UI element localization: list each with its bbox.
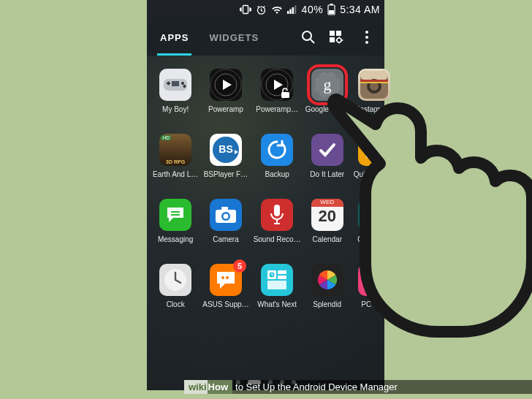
clock-icon — [159, 264, 191, 296]
svg-rect-34 — [360, 80, 388, 82]
gameboy-icon — [159, 69, 191, 101]
svg-text:g: g — [323, 75, 331, 94]
app-asus-support[interactable]: 5 ASUS Supp… — [202, 264, 248, 308]
app-label: Messaging — [153, 235, 198, 243]
svg-rect-51 — [267, 281, 286, 289]
caption-title: to Set Up the Android Device Manager — [232, 380, 532, 394]
svg-point-17 — [365, 41, 368, 44]
camera-retro-icon — [358, 69, 390, 101]
app-clock[interactable]: Clock — [153, 264, 198, 308]
app-label: Splendid — [305, 300, 349, 308]
calculator-icon — [358, 199, 390, 231]
camera-icon — [210, 199, 242, 231]
svg-point-10 — [303, 31, 311, 40]
svg-rect-35 — [360, 82, 388, 83]
app-label: BSPlayer F… — [202, 170, 248, 178]
play-icon — [210, 69, 242, 101]
play-unlock-icon — [261, 69, 293, 101]
app-label: Camera — [202, 235, 248, 243]
svg-text:BS: BS — [218, 143, 232, 155]
app-bsplayer[interactable]: BS BSPlayer F… — [202, 134, 248, 178]
app-poweramp-unlocker[interactable]: Poweramp… — [254, 69, 301, 113]
app-grid: My Boy! Poweramp Poweramp… g — [147, 56, 384, 308]
app-backup[interactable]: Backup — [254, 134, 301, 178]
app-instagram[interactable]: Instagram — [354, 69, 395, 113]
app-label: Sound Reco… — [254, 235, 301, 243]
svg-point-14 — [337, 38, 341, 42]
svg-point-46 — [221, 276, 224, 279]
svg-rect-3 — [287, 11, 289, 14]
calendar-day: 20 — [318, 207, 335, 226]
tiles-icon — [261, 264, 293, 296]
microphone-icon — [261, 199, 293, 231]
app-whats-next[interactable]: What's Next — [254, 264, 301, 308]
svg-rect-49 — [278, 270, 286, 274]
app-do-it-later[interactable]: Do It Later — [305, 134, 349, 178]
chat-icon — [159, 199, 191, 231]
app-sound-recorder[interactable]: Sound Reco… — [254, 199, 301, 243]
svg-point-16 — [365, 36, 368, 39]
app-splendid[interactable]: Splendid — [305, 264, 349, 308]
svg-rect-50 — [278, 276, 286, 279]
calendar-icon: WED 20 — [311, 199, 343, 231]
tab-apps[interactable]: APPS — [150, 19, 199, 56]
app-messaging[interactable]: Messaging — [153, 199, 198, 243]
app-label: ASUS Supp… — [202, 300, 248, 308]
app-label: PC Link — [354, 300, 395, 308]
svg-rect-0 — [243, 6, 248, 14]
svg-rect-44 — [274, 205, 280, 216]
svg-point-15 — [365, 31, 368, 34]
tab-widgets[interactable]: WIDGETS — [199, 19, 269, 56]
svg-rect-11 — [330, 31, 335, 36]
app-label: Calendar — [305, 235, 349, 243]
app-label: Google Set… — [305, 105, 349, 113]
overflow-menu-icon[interactable] — [352, 19, 381, 56]
app-label: Clock — [153, 300, 198, 308]
tab-widgets-label: WIDGETS — [209, 32, 259, 43]
app-earth-and-legend[interactable]: HD 3D RPG Earth And L… — [153, 134, 198, 178]
app-quick-memo[interactable]: Quick memo — [354, 134, 395, 178]
svg-rect-41 — [221, 207, 228, 210]
app-calendar[interactable]: WED 20 Calendar — [305, 199, 349, 243]
notification-badge: 5 — [233, 259, 246, 273]
svg-rect-5 — [292, 7, 293, 14]
note-icon — [358, 134, 390, 166]
signal-icon — [287, 5, 297, 14]
app-poweramp[interactable]: Poweramp — [202, 69, 248, 113]
app-label: What's Next — [254, 300, 301, 308]
bs-icon: BS — [210, 134, 242, 166]
app-google-settings[interactable]: g Google Set… — [305, 69, 349, 113]
caption-bar: wikiHow to Set Up the Android Device Man… — [184, 379, 532, 395]
app-label: Calculator — [354, 235, 395, 243]
app-label: Poweramp… — [254, 105, 301, 113]
app-label: Earth And L… — [153, 170, 198, 178]
tab-apps-label: APPS — [160, 32, 189, 43]
app-pc-link[interactable]: PC Link — [354, 264, 395, 308]
tab-bar: APPS WIDGETS — [147, 19, 384, 56]
svg-rect-12 — [336, 31, 341, 36]
status-bar: ↕ 40% 5:34 AM — [147, 0, 384, 19]
svg-rect-55 — [366, 278, 373, 286]
phone-screen: ↕ 40% 5:34 AM APPS WIDGETS My — [147, 0, 384, 390]
vibrate-icon — [240, 4, 251, 15]
app-label: Do It Later — [305, 170, 349, 178]
app-my-boy[interactable]: My Boy! — [153, 69, 198, 113]
battery-percent: 40% — [302, 4, 324, 15]
svg-text:↕: ↕ — [280, 5, 282, 10]
svg-rect-6 — [294, 6, 295, 15]
refresh-icon — [261, 134, 293, 166]
app-camera[interactable]: Camera — [202, 199, 248, 243]
wikihow-watermark: wH — [450, 174, 532, 263]
wifi-icon: ↕ — [271, 5, 283, 15]
brand-wiki: wiki — [184, 380, 208, 394]
svg-rect-4 — [289, 10, 291, 15]
battery-icon — [327, 4, 335, 15]
search-icon[interactable] — [294, 19, 323, 56]
svg-point-21 — [183, 85, 186, 88]
support-bubble-icon: 5 — [210, 264, 242, 296]
check-icon — [311, 134, 343, 166]
app-label: Backup — [254, 170, 301, 178]
svg-point-43 — [223, 214, 228, 219]
app-calculator[interactable]: Calculator — [354, 199, 395, 243]
view-options-icon[interactable] — [323, 19, 352, 56]
